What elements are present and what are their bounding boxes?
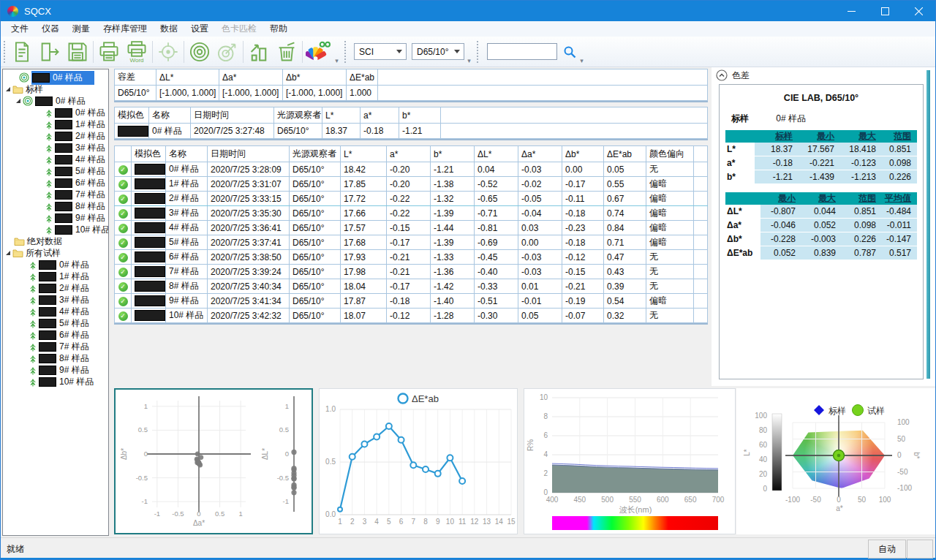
menu-item[interactable]: 设置 bbox=[184, 21, 215, 37]
expand-arrow-icon[interactable] bbox=[16, 99, 20, 103]
expand-arrow-icon[interactable] bbox=[6, 251, 10, 255]
tree-item-sample[interactable]: 0# 样品 bbox=[3, 259, 108, 270]
tree-item-sample[interactable]: 7# 样品 bbox=[3, 189, 108, 200]
table-cell: 0.32 bbox=[604, 309, 646, 323]
tree-item-sample[interactable]: 7# 样品 bbox=[3, 341, 108, 352]
menu-item[interactable]: 帮助 bbox=[263, 21, 294, 37]
tree-item-standard[interactable]: 0# 样品 bbox=[3, 95, 108, 107]
expand-arrow-icon[interactable] bbox=[6, 87, 10, 91]
svg-text:0: 0 bbox=[763, 485, 767, 493]
menu-item[interactable]: 文件 bbox=[4, 21, 35, 37]
table-cell: -0.03 bbox=[518, 265, 562, 279]
table-row[interactable]: ✓7# 样品2020/7/25 3:39:24D65/10°17.98-0.21… bbox=[115, 265, 708, 279]
close-button[interactable] bbox=[902, 1, 935, 21]
auto-mode-button[interactable]: 自动 bbox=[868, 540, 906, 559]
tree-folder-absolute-data[interactable]: 绝对数据 bbox=[3, 235, 108, 247]
tree-item-sample[interactable]: 9# 样品 bbox=[3, 364, 108, 376]
tree-item-sample[interactable]: 6# 样品 bbox=[3, 177, 108, 189]
tree-item-sample[interactable]: 4# 样品 bbox=[3, 154, 108, 165]
tree-item-sample[interactable]: 5# 样品 bbox=[3, 317, 108, 329]
tree-item-label: 1# 样品 bbox=[75, 118, 105, 131]
print-button[interactable] bbox=[95, 39, 123, 65]
tree-item-current-standard[interactable]: 0# 样品 bbox=[3, 72, 108, 83]
menu-item[interactable]: 测量 bbox=[66, 21, 97, 37]
table-cell: 2020/7/25 3:31:07 bbox=[208, 177, 290, 192]
table-row[interactable]: ✓5# 样品2020/7/25 3:37:41D65/10°17.68-0.17… bbox=[115, 235, 708, 250]
stats-value: 0.851 bbox=[882, 143, 917, 156]
tree-item-sample[interactable]: 10# 样品 bbox=[3, 376, 108, 387]
sample-icon bbox=[29, 354, 37, 363]
tree-item-sample[interactable]: 2# 样品 bbox=[3, 130, 108, 142]
tree-item-sample[interactable]: 3# 样品 bbox=[3, 142, 108, 154]
tree-item-sample[interactable]: 4# 样品 bbox=[3, 306, 108, 317]
table-cell: -0.21 bbox=[562, 279, 604, 294]
tree-item-sample[interactable]: 8# 样品 bbox=[3, 352, 108, 364]
table-cell: -0.33 bbox=[475, 279, 518, 294]
minimize-button[interactable] bbox=[834, 1, 868, 21]
table-row[interactable]: ✓4# 样品2020/7/25 3:36:41D65/10°17.57-0.15… bbox=[115, 221, 708, 235]
table-cell: -0.03 bbox=[518, 250, 562, 265]
tree-folder-all-samples[interactable]: 所有试样 bbox=[3, 247, 108, 259]
tree-item-sample[interactable]: 10# 样品 bbox=[3, 224, 108, 235]
toolbar-overflow-icon[interactable]: ▾ bbox=[332, 57, 341, 67]
svg-text:0.5: 0.5 bbox=[279, 425, 289, 434]
stats-value: -0.807 bbox=[760, 205, 801, 219]
menu-item[interactable]: 数据 bbox=[154, 21, 184, 37]
table-row[interactable]: ✓10# 样品2020/7/25 3:42:32D65/10°18.07-0.1… bbox=[115, 309, 708, 323]
table-row[interactable]: ✓2# 样品2020/7/25 3:33:15D65/10°17.72-0.22… bbox=[115, 192, 708, 206]
export-button[interactable] bbox=[36, 39, 64, 65]
save-button[interactable] bbox=[64, 39, 91, 65]
toolbar-overflow-icon[interactable]: ▾ bbox=[464, 57, 474, 67]
illuminant-observer-select[interactable]: D65/10° bbox=[412, 43, 464, 60]
tree-item-sample[interactable]: 1# 样品 bbox=[3, 270, 108, 282]
table-cell bbox=[694, 192, 708, 206]
color-swatch bbox=[135, 281, 165, 292]
table-row[interactable]: ✓1# 样品2020/7/25 3:31:07D65/10°17.85-0.20… bbox=[115, 177, 708, 192]
sample-icon bbox=[29, 330, 37, 340]
tree-item-sample[interactable]: 2# 样品 bbox=[3, 282, 108, 294]
tree-item-sample[interactable]: 1# 样品 bbox=[3, 118, 108, 130]
table-row[interactable]: ✓0# 样品2020/7/25 3:28:09D65/10°18.42-0.20… bbox=[115, 162, 708, 177]
table-row[interactable]: 0# 样品2020/7/25 3:27:48D65/10°18.37-0.18-… bbox=[115, 124, 708, 139]
stats-value: -1.213 bbox=[840, 170, 882, 184]
table-row[interactable]: ✓3# 样品2020/7/25 3:35:30D65/10°17.66-0.22… bbox=[115, 206, 708, 221]
table-row[interactable]: ✓9# 样品2020/7/25 3:41:34D65/10°17.87-0.18… bbox=[115, 294, 708, 309]
panel-splitter[interactable] bbox=[926, 70, 930, 379]
table-cell: 17.68 bbox=[341, 235, 387, 250]
color-card-search-button[interactable] bbox=[304, 39, 332, 65]
tree-item-sample[interactable]: 8# 样品 bbox=[3, 200, 108, 212]
delete-trash-button[interactable] bbox=[273, 39, 301, 65]
menu-item[interactable]: 仪器 bbox=[35, 21, 66, 37]
toolbar-grip[interactable] bbox=[4, 41, 5, 63]
calibrate-target-button[interactable] bbox=[186, 39, 214, 65]
new-document-button[interactable] bbox=[8, 39, 36, 65]
tree-item-sample[interactable]: 3# 样品 bbox=[3, 294, 108, 306]
table-row[interactable]: D65/10°[-1.000, 1.000][-1.000, 1.000][-1… bbox=[115, 86, 708, 101]
menu-item[interactable]: 存样库管理 bbox=[97, 21, 154, 37]
svg-text:-100: -100 bbox=[785, 496, 800, 504]
measurement-mode-select[interactable]: SCI bbox=[354, 43, 407, 60]
tree-item-sample[interactable]: 0# 样品 bbox=[3, 107, 108, 118]
search-icon[interactable] bbox=[562, 45, 577, 59]
tree-item-sample[interactable]: 9# 样品 bbox=[3, 212, 108, 224]
trend-chart-button[interactable] bbox=[245, 39, 273, 65]
tree-item-sample[interactable]: 5# 样品 bbox=[3, 165, 108, 177]
toolbar-overflow-icon[interactable]: ▾ bbox=[577, 57, 586, 67]
table-row[interactable]: ✓8# 样品2020/7/25 3:40:34D65/10°18.04-0.17… bbox=[115, 279, 708, 294]
table-cell: 2020/7/25 3:28:09 bbox=[208, 162, 290, 177]
table-row[interactable]: ✓6# 样品2020/7/25 3:38:50D65/10°17.93-0.21… bbox=[115, 250, 708, 265]
toolbar-grip[interactable] bbox=[344, 41, 346, 63]
print-word-button[interactable]: Word bbox=[123, 39, 151, 65]
tree-item-label: 2# 样品 bbox=[75, 130, 105, 143]
maximize-button[interactable] bbox=[868, 1, 902, 21]
tree-item-sample[interactable]: 6# 样品 bbox=[3, 329, 108, 341]
svg-text:0.5: 0.5 bbox=[325, 458, 336, 466]
svg-text:1: 1 bbox=[285, 402, 289, 410]
search-input[interactable] bbox=[487, 43, 557, 60]
toolbar-grip[interactable] bbox=[477, 41, 478, 63]
collapse-panel-button[interactable] bbox=[716, 69, 728, 81]
tree-item-label: 6# 样品 bbox=[59, 329, 89, 341]
stats-value: -0.046 bbox=[760, 219, 801, 232]
table-cell: 偏暗 bbox=[646, 177, 694, 192]
tree-folder-standards[interactable]: 标样 bbox=[3, 83, 108, 95]
